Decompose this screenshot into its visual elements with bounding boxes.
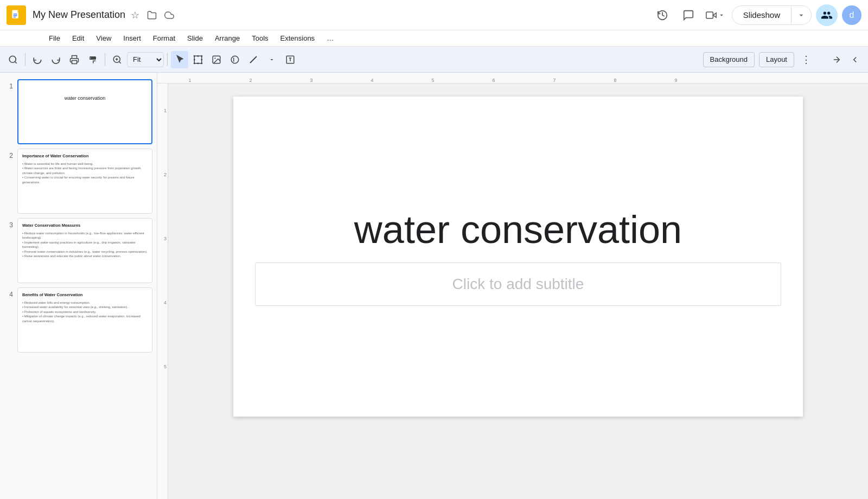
search-button[interactable] — [4, 51, 22, 68]
more-options-button[interactable]: ⋮ — [797, 51, 815, 68]
slide-thumbnail-3: Water Conservation Measures• Reduce wate… — [17, 218, 152, 283]
svg-point-15 — [197, 55, 199, 56]
svg-point-20 — [214, 57, 215, 59]
ruler-h-mark-5: 5 — [431, 78, 434, 83]
cursor-select-button[interactable] — [171, 51, 188, 68]
slide-number-4: 4 — [4, 291, 13, 298]
menu-item-extensions[interactable]: Extensions — [275, 32, 321, 44]
slide-main-title[interactable]: water conservation — [233, 207, 803, 252]
slideshow-dropdown-button[interactable] — [792, 6, 811, 24]
menu-item-format[interactable]: Format — [148, 32, 181, 44]
ruler-h-mark-9: 9 — [674, 78, 677, 83]
slide-canvas-wrap[interactable]: water conservation Click to add subtitle — [168, 84, 868, 499]
user-avatar[interactable]: d — [842, 5, 861, 25]
slideshow-button-group: Slideshow — [732, 5, 812, 25]
ruler-v-mark-1: 1 — [157, 108, 168, 113]
paint-format-button[interactable] — [84, 51, 101, 68]
menu-item-file[interactable]: File — [43, 32, 66, 44]
svg-point-13 — [194, 62, 195, 64]
folder-button[interactable] — [145, 8, 159, 22]
svg-marker-5 — [713, 12, 716, 17]
menu-item-more[interactable]: … — [321, 32, 339, 44]
history-button[interactable] — [652, 4, 673, 26]
slide-thumbnail-2: Importance of Water Conservation• Water … — [17, 149, 152, 214]
ruler-h-mark-4: 4 — [371, 78, 373, 83]
title-area: My New Presentation ☆ — [33, 7, 176, 23]
ruler-h-mark-7: 7 — [553, 78, 556, 83]
slide-panel: 1water conservation2Importance of Water … — [0, 73, 157, 499]
svg-point-18 — [197, 62, 199, 64]
background-button[interactable]: Background — [703, 52, 755, 67]
ruler-h-mark-3: 3 — [310, 78, 312, 83]
slide-subtitle-placeholder: Click to add subtitle — [452, 276, 584, 293]
meet-button[interactable] — [704, 4, 727, 26]
collapse-button[interactable] — [846, 51, 864, 68]
line-tool-button[interactable] — [245, 51, 262, 68]
add-person-button[interactable] — [816, 4, 838, 26]
textbox-button[interactable] — [282, 51, 299, 68]
toolbar: Fit 50% 75% 100% 125% 150% 200% Backgrou… — [0, 47, 868, 73]
slide-item-4[interactable]: 4Benefits of Water Conservation• Reduced… — [0, 285, 157, 355]
header-right: Slideshow d — [652, 4, 861, 26]
print-button[interactable] — [66, 51, 83, 68]
ruler-h-mark-6: 6 — [492, 78, 495, 83]
menu-item-view[interactable]: View — [91, 32, 117, 44]
ruler-vertical: 12345 — [157, 84, 168, 499]
slide-thumb-heading-2: Importance of Water Conservation — [22, 153, 148, 158]
ruler-v-mark-5: 5 — [157, 364, 168, 369]
slide-item-3[interactable]: 3Water Conservation Measures• Reduce wat… — [0, 216, 157, 285]
svg-point-21 — [231, 56, 239, 63]
line-dropdown-button[interactable] — [263, 51, 280, 68]
ruler-v-mark-3: 3 — [157, 236, 168, 241]
ruler-horizontal: 123456789 — [157, 73, 868, 84]
cloud-button[interactable] — [162, 8, 176, 22]
comments-button[interactable] — [678, 4, 699, 26]
redo-button[interactable] — [47, 51, 65, 68]
slide-thumb-bullets-4: • Reduced water bills and energy consump… — [22, 300, 148, 323]
svg-point-12 — [201, 55, 202, 56]
insert-image-button[interactable] — [208, 51, 225, 68]
slide-item-1[interactable]: 1water conservation — [0, 77, 157, 146]
star-button[interactable]: ☆ — [129, 7, 142, 23]
menu-item-edit[interactable]: Edit — [67, 32, 90, 44]
svg-point-17 — [201, 59, 202, 60]
svg-point-11 — [194, 55, 195, 56]
ruler-v-mark-4: 4 — [157, 300, 168, 305]
slide-thumb-text-1: water conservation — [23, 95, 147, 101]
main: 1water conservation2Importance of Water … — [0, 73, 868, 499]
slide-number-1: 1 — [4, 82, 13, 90]
arrow-mode-button[interactable] — [828, 51, 845, 68]
slide-item-2[interactable]: 2Importance of Water Conservation• Water… — [0, 146, 157, 216]
toolbar-divider-2 — [105, 53, 105, 66]
slide-thumbnail-4: Benefits of Water Conservation• Reduced … — [17, 287, 152, 353]
slide-number-2: 2 — [4, 152, 13, 159]
menu-item-slide[interactable]: Slide — [182, 32, 208, 44]
zoom-select[interactable]: Fit 50% 75% 100% 125% 150% 200% — [127, 52, 164, 67]
transform-handles-button[interactable] — [189, 51, 207, 68]
svg-rect-6 — [706, 12, 713, 18]
app-icon — [7, 5, 26, 25]
svg-rect-3 — [14, 15, 17, 16]
menu-item-arrange[interactable]: Arrange — [209, 32, 245, 44]
ruler-v-mark-2: 2 — [157, 172, 168, 177]
svg-rect-8 — [72, 60, 77, 63]
menu-item-insert[interactable]: Insert — [118, 32, 146, 44]
slide-number-3: 3 — [4, 221, 13, 229]
menubar: FileEditViewInsertFormatSlideArrangeTool… — [0, 30, 868, 47]
slide-thumb-heading-3: Water Conservation Measures — [22, 223, 148, 228]
editor-area: 123456789 12345 water conservation Click… — [157, 73, 868, 499]
slide-thumb-bullets-2: • Water is essential for life and human … — [22, 162, 148, 184]
zoom-button[interactable] — [108, 51, 126, 68]
ruler-h-mark-1: 1 — [188, 78, 191, 83]
insert-shape-button[interactable] — [226, 51, 244, 68]
layout-button[interactable]: Layout — [759, 52, 794, 67]
slideshow-main-button[interactable]: Slideshow — [732, 6, 792, 24]
slide-thumb-bullets-3: • Reduce water consumption in households… — [22, 231, 148, 258]
doc-title[interactable]: My New Presentation — [33, 9, 125, 21]
menu-item-tools[interactable]: Tools — [246, 32, 273, 44]
ruler-h-mark-8: 8 — [614, 78, 616, 83]
svg-point-7 — [9, 56, 16, 62]
slide-subtitle-box[interactable]: Click to add subtitle — [255, 263, 781, 306]
undo-button[interactable] — [29, 51, 46, 68]
slide-thumb-heading-4: Benefits of Water Conservation — [22, 292, 148, 297]
